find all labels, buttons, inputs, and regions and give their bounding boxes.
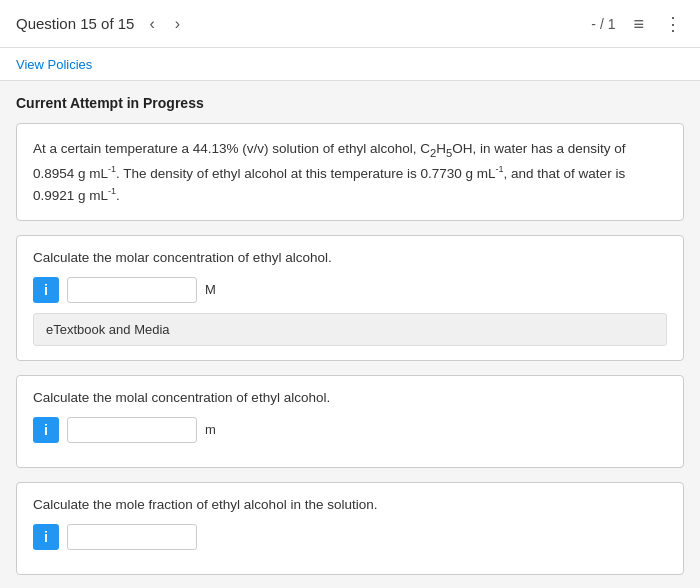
attempt-label: Current Attempt in Progress bbox=[16, 95, 684, 111]
part-b-box: Calculate the molal concentration of eth… bbox=[16, 375, 684, 468]
score-display: - / 1 bbox=[591, 16, 615, 32]
prev-question-button[interactable]: ‹ bbox=[144, 14, 159, 34]
part-c-box: Calculate the mole fraction of ethyl alc… bbox=[16, 482, 684, 575]
part-a-input[interactable] bbox=[67, 277, 197, 303]
header-right: - / 1 ≡ ⋮ bbox=[591, 13, 684, 35]
part-a-box: Calculate the molar concentration of eth… bbox=[16, 235, 684, 361]
problem-statement: At a certain temperature a 44.13% (v/v) … bbox=[16, 123, 684, 221]
header-left: Question 15 of 15 ‹ › bbox=[16, 14, 185, 34]
subheader: View Policies bbox=[0, 48, 700, 81]
part-c-info-button[interactable]: i bbox=[33, 524, 59, 550]
part-a-question: Calculate the molar concentration of eth… bbox=[33, 250, 667, 265]
next-question-button[interactable]: › bbox=[170, 14, 185, 34]
more-options-button[interactable]: ⋮ bbox=[662, 13, 684, 35]
part-c-input-row: i bbox=[33, 524, 667, 550]
part-b-info-button[interactable]: i bbox=[33, 417, 59, 443]
part-b-input[interactable] bbox=[67, 417, 197, 443]
part-b-question: Calculate the molal concentration of eth… bbox=[33, 390, 667, 405]
question-label: Question 15 of 15 bbox=[16, 15, 134, 32]
list-icon-button[interactable]: ≡ bbox=[631, 13, 646, 35]
part-a-input-row: i M bbox=[33, 277, 667, 303]
main-content: Current Attempt in Progress At a certain… bbox=[0, 81, 700, 588]
part-b-input-row: i m bbox=[33, 417, 667, 443]
part-a-info-button[interactable]: i bbox=[33, 277, 59, 303]
page-header: Question 15 of 15 ‹ › - / 1 ≡ ⋮ bbox=[0, 0, 700, 48]
part-a-unit: M bbox=[205, 282, 216, 297]
part-c-input[interactable] bbox=[67, 524, 197, 550]
part-a-etextbook-bar[interactable]: eTextbook and Media bbox=[33, 313, 667, 346]
view-policies-link[interactable]: View Policies bbox=[16, 57, 92, 72]
part-c-question: Calculate the mole fraction of ethyl alc… bbox=[33, 497, 667, 512]
part-b-unit: m bbox=[205, 422, 216, 437]
